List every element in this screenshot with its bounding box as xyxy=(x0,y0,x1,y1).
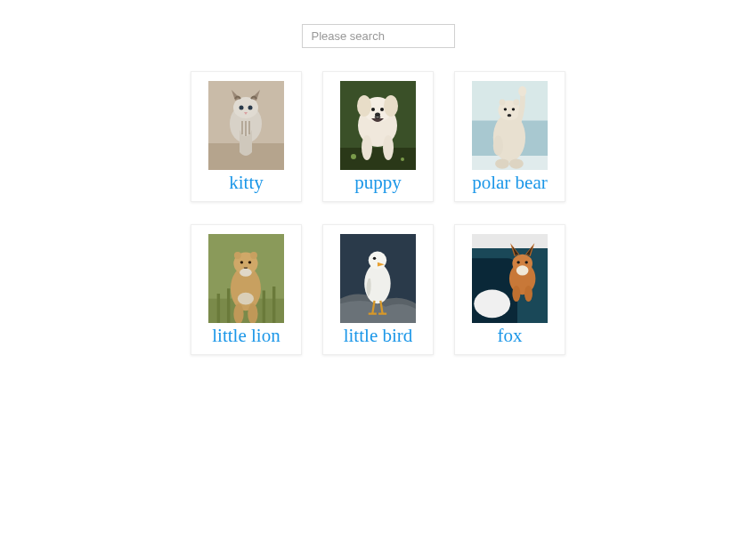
svg-point-48 xyxy=(373,257,376,260)
svg-point-55 xyxy=(525,261,528,263)
fox-image xyxy=(472,234,548,323)
card-little-lion[interactable]: little lion xyxy=(191,224,302,355)
svg-point-25 xyxy=(513,100,519,106)
svg-point-10 xyxy=(357,95,371,117)
svg-point-13 xyxy=(380,108,384,111)
kitty-image xyxy=(208,81,284,170)
svg-point-30 xyxy=(493,135,503,156)
search-wrapper xyxy=(302,24,455,48)
puppy-image xyxy=(340,81,416,170)
card-kitty[interactable]: kitty xyxy=(191,71,302,202)
little-bird-image xyxy=(340,234,416,323)
svg-rect-49 xyxy=(472,234,548,248)
svg-point-4 xyxy=(240,106,244,110)
svg-point-58 xyxy=(524,286,532,302)
svg-point-44 xyxy=(238,293,254,305)
card-title: little lion xyxy=(212,325,280,347)
search-input[interactable] xyxy=(302,24,455,48)
svg-point-37 xyxy=(234,252,241,259)
little-lion-image xyxy=(208,234,284,323)
svg-point-41 xyxy=(240,269,252,277)
svg-point-24 xyxy=(500,100,506,106)
svg-point-15 xyxy=(362,135,372,160)
svg-point-12 xyxy=(371,108,375,111)
svg-point-57 xyxy=(512,286,520,302)
svg-point-40 xyxy=(248,261,251,263)
svg-point-54 xyxy=(516,261,519,263)
svg-point-56 xyxy=(516,265,529,275)
svg-point-29 xyxy=(518,86,526,96)
card-title: fox xyxy=(498,325,523,347)
card-fox[interactable]: fox xyxy=(454,224,565,355)
svg-point-14 xyxy=(375,113,380,117)
card-little-bird[interactable]: little bird xyxy=(322,224,434,355)
svg-point-39 xyxy=(240,261,243,263)
svg-rect-7 xyxy=(340,148,416,170)
page-container: kitty xyxy=(0,0,756,355)
svg-point-3 xyxy=(233,97,258,118)
svg-point-27 xyxy=(512,108,515,110)
svg-point-11 xyxy=(384,95,398,117)
svg-point-38 xyxy=(250,252,257,259)
card-puppy[interactable]: puppy xyxy=(322,71,434,202)
svg-point-47 xyxy=(369,252,386,270)
svg-point-16 xyxy=(383,135,394,160)
polar-bear-image xyxy=(472,81,548,170)
svg-point-43 xyxy=(248,304,257,324)
svg-point-42 xyxy=(233,304,243,324)
svg-point-51 xyxy=(474,290,510,319)
card-grid: kitty xyxy=(191,71,565,355)
card-title: polar bear xyxy=(472,172,548,194)
card-polar-bear[interactable]: polar bear xyxy=(454,71,565,202)
svg-point-17 xyxy=(351,154,356,159)
svg-point-31 xyxy=(495,158,509,168)
svg-point-28 xyxy=(508,114,512,117)
svg-point-26 xyxy=(504,108,507,110)
svg-point-18 xyxy=(401,157,404,161)
card-title: kitty xyxy=(229,172,264,194)
svg-point-5 xyxy=(248,106,253,110)
card-title: puppy xyxy=(354,172,402,194)
card-title: little bird xyxy=(344,325,413,347)
svg-point-32 xyxy=(509,158,524,168)
